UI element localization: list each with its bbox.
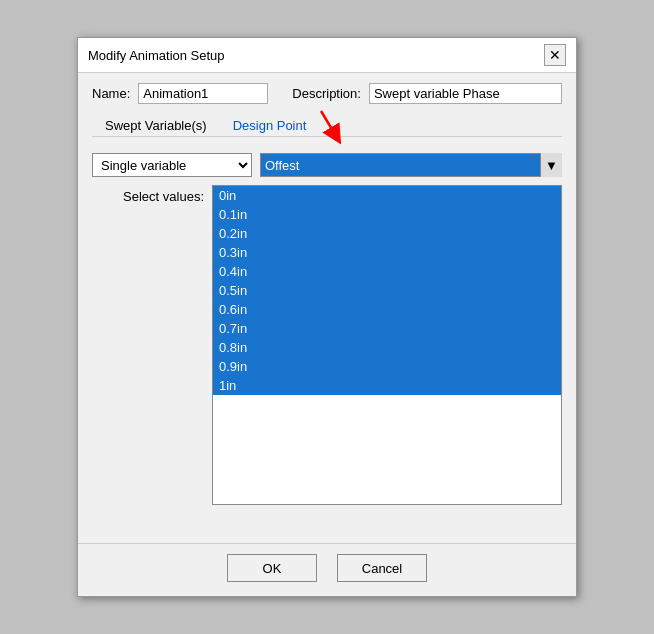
list-item[interactable]: 0.6in: [213, 300, 561, 319]
select-values-container: Select values: 0in0.1in0.2in0.3in0.4in0.…: [92, 185, 562, 505]
name-description-row: Name: Description:: [92, 83, 562, 104]
parameter-select[interactable]: Offest: [260, 153, 562, 177]
dialog-footer: OK Cancel: [78, 543, 576, 596]
dialog-body: Name: Description: Swept Variable(s) Des…: [78, 73, 576, 543]
title-bar: Modify Animation Setup ✕: [78, 38, 576, 73]
list-item[interactable]: 0.7in: [213, 319, 561, 338]
name-input[interactable]: [138, 83, 268, 104]
dialog-title: Modify Animation Setup: [88, 48, 225, 63]
select-values-label: Select values:: [123, 189, 204, 204]
ok-button[interactable]: OK: [227, 554, 317, 582]
list-item[interactable]: 1in: [213, 376, 561, 395]
values-listbox[interactable]: 0in0.1in0.2in0.3in0.4in0.5in0.6in0.7in0.…: [212, 185, 562, 505]
list-item[interactable]: 0.9in: [213, 357, 561, 376]
svg-line-1: [321, 111, 336, 136]
design-point-link[interactable]: Design Point: [233, 118, 307, 133]
variable-parameter-row: Single variable Multiple variables Offes…: [92, 153, 562, 177]
list-item[interactable]: 0.1in: [213, 205, 561, 224]
list-item[interactable]: 0.8in: [213, 338, 561, 357]
list-item[interactable]: 0.5in: [213, 281, 561, 300]
annotation-arrow: [316, 106, 366, 146]
name-label: Name:: [92, 86, 130, 101]
description-label: Description:: [292, 86, 361, 101]
tab-design-point[interactable]: Design Point: [220, 113, 320, 137]
modify-animation-dialog: Modify Animation Setup ✕ Name: Descripti…: [77, 37, 577, 597]
list-item[interactable]: 0.3in: [213, 243, 561, 262]
list-item[interactable]: 0.4in: [213, 262, 561, 281]
tab-bar: Swept Variable(s) Design Point: [92, 112, 562, 137]
list-item[interactable]: 0.2in: [213, 224, 561, 243]
tab-swept-variables[interactable]: Swept Variable(s): [92, 113, 220, 137]
list-item[interactable]: 0in: [213, 186, 561, 205]
description-input[interactable]: [369, 83, 562, 104]
variable-type-wrapper: Single variable Multiple variables: [92, 153, 252, 177]
close-button[interactable]: ✕: [544, 44, 566, 66]
parameter-dropdown-wrapper: Offest ▼: [260, 153, 562, 177]
cancel-button[interactable]: Cancel: [337, 554, 427, 582]
variable-type-select[interactable]: Single variable Multiple variables: [92, 153, 252, 177]
select-values-label-col: Select values:: [92, 185, 212, 505]
